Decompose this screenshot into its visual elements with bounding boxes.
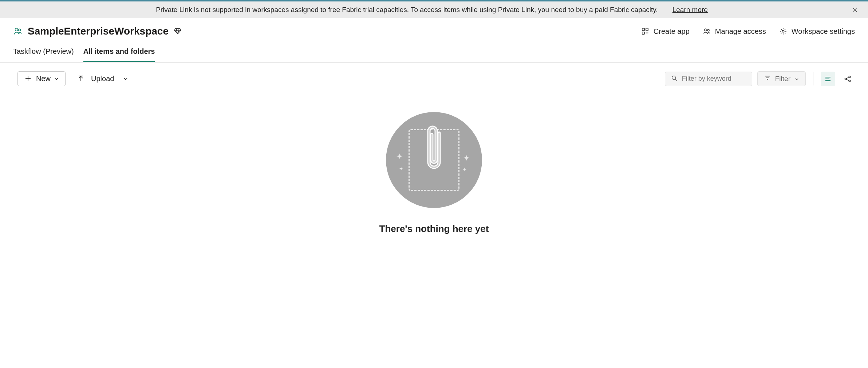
people-icon bbox=[703, 27, 711, 35]
sparkle-icon: ✦ bbox=[462, 167, 467, 172]
filter-button[interactable]: Filter bbox=[757, 71, 806, 86]
manage-access-button[interactable]: Manage access bbox=[703, 27, 766, 36]
close-icon[interactable] bbox=[850, 5, 860, 15]
gear-icon bbox=[779, 27, 787, 35]
chevron-down-icon bbox=[123, 75, 128, 83]
svg-point-8 bbox=[707, 29, 709, 31]
svg-point-9 bbox=[782, 30, 784, 32]
tab-all-items[interactable]: All items and folders bbox=[83, 47, 155, 62]
list-view-toggle[interactable] bbox=[821, 72, 835, 86]
notification-bar: Private Link is not supported in workspa… bbox=[0, 1, 868, 18]
header-actions: Create app Manage access Workspace setti… bbox=[641, 27, 855, 36]
search-icon bbox=[671, 75, 678, 83]
lineage-view-toggle[interactable] bbox=[840, 72, 855, 86]
divider bbox=[813, 72, 813, 85]
svg-line-15 bbox=[675, 79, 677, 81]
tab-taskflow[interactable]: Taskflow (Preview) bbox=[13, 47, 74, 62]
new-button[interactable]: New bbox=[17, 71, 66, 86]
chevron-down-icon bbox=[54, 75, 59, 83]
svg-point-22 bbox=[845, 78, 847, 80]
create-app-button[interactable]: Create app bbox=[641, 27, 690, 36]
sparkle-icon: ✦ bbox=[396, 152, 403, 161]
paperclip-icon bbox=[422, 122, 446, 177]
workspace-settings-button[interactable]: Workspace settings bbox=[779, 27, 855, 36]
notification-message: Private Link is not supported in workspa… bbox=[156, 6, 658, 14]
tabs: Taskflow (Preview) All items and folders bbox=[0, 40, 868, 63]
workspace-header: SampleEnterpriseWorkspace Create app bbox=[0, 18, 868, 40]
empty-state-title: There's nothing here yet bbox=[379, 223, 489, 235]
upload-label: Upload bbox=[91, 75, 114, 83]
manage-access-label: Manage access bbox=[715, 27, 766, 36]
svg-point-3 bbox=[19, 29, 21, 31]
svg-point-24 bbox=[849, 80, 851, 82]
create-app-label: Create app bbox=[654, 27, 690, 36]
workspace-title-group: SampleEnterpriseWorkspace bbox=[13, 25, 182, 37]
workspace-settings-label: Workspace settings bbox=[792, 27, 855, 36]
plus-icon bbox=[24, 75, 32, 83]
svg-point-14 bbox=[672, 76, 675, 79]
filter-keyword-input[interactable] bbox=[665, 72, 752, 86]
svg-point-7 bbox=[705, 29, 707, 31]
upload-button[interactable]: Upload bbox=[77, 75, 128, 83]
toolbar: New Upload Filter bbox=[0, 63, 868, 95]
svg-point-2 bbox=[15, 28, 18, 31]
svg-point-23 bbox=[849, 76, 851, 78]
filter-icon bbox=[764, 75, 771, 83]
workspace-icon bbox=[13, 27, 23, 36]
chevron-down-icon bbox=[795, 75, 799, 83]
svg-rect-4 bbox=[642, 28, 644, 31]
learn-more-link[interactable]: Learn more bbox=[672, 6, 708, 14]
workspace-title: SampleEnterpriseWorkspace bbox=[28, 25, 169, 37]
toolbar-right: Filter bbox=[665, 71, 855, 86]
new-button-label: New bbox=[36, 75, 51, 83]
empty-state-illustration: ✦ ✦ ✦ ✦ bbox=[386, 112, 482, 208]
diamond-icon bbox=[174, 27, 182, 35]
filter-keyword-field[interactable] bbox=[682, 75, 746, 83]
svg-rect-6 bbox=[642, 32, 644, 34]
sparkle-icon: ✦ bbox=[463, 153, 470, 163]
upload-icon bbox=[77, 75, 85, 83]
empty-state: ✦ ✦ ✦ ✦ There's nothing here yet bbox=[0, 95, 868, 235]
dashed-rect bbox=[409, 129, 459, 191]
svg-rect-5 bbox=[646, 28, 648, 31]
app-icon bbox=[641, 27, 649, 35]
sparkle-icon: ✦ bbox=[399, 166, 403, 172]
filter-button-label: Filter bbox=[775, 75, 790, 83]
